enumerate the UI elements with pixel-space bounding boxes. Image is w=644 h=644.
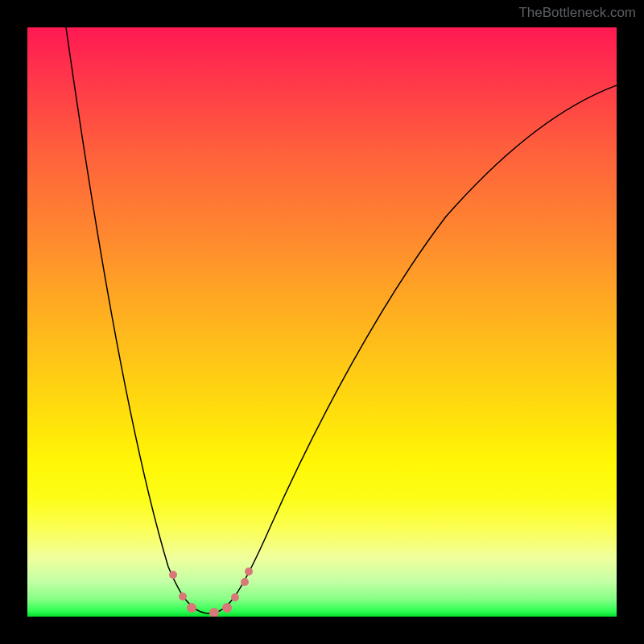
curve-marker [209, 608, 219, 617]
curve-marker [222, 603, 232, 613]
curve-marker [169, 571, 177, 579]
curve-marker [245, 568, 253, 576]
watermark-text: TheBottleneck.com [518, 5, 636, 21]
curve-marker [241, 578, 249, 586]
curve-marker [187, 603, 196, 613]
chart-frame: TheBottleneck.com [0, 0, 644, 644]
plot-area [27, 27, 617, 617]
curve-marker [179, 592, 187, 601]
marker-layer [27, 27, 617, 617]
curve-marker [231, 593, 239, 601]
